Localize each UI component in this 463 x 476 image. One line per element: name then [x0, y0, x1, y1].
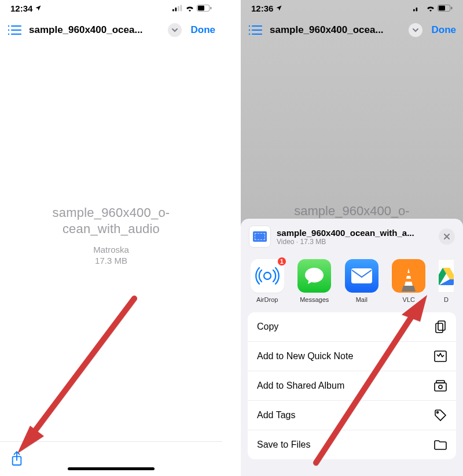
svg-point-46 — [439, 385, 442, 389]
ghost-file-title: sample_960x400_o- — [241, 204, 463, 219]
action-save-to-files-label: Save to Files — [257, 440, 310, 450]
action-copy[interactable]: Copy — [248, 312, 456, 341]
svg-point-7 — [8, 25, 9, 27]
action-shared-album-label: Add to Shared Album — [257, 381, 344, 391]
home-indicator — [68, 467, 155, 470]
list-icon[interactable] — [248, 24, 264, 36]
svg-rect-20 — [421, 5, 423, 12]
status-bar: 12:36 — [241, 0, 463, 16]
svg-point-28 — [249, 34, 250, 35]
svg-point-47 — [437, 412, 439, 414]
action-add-tags-label: Add Tags — [257, 410, 295, 420]
svg-rect-5 — [198, 6, 204, 10]
svg-rect-23 — [451, 7, 452, 10]
app-mail[interactable]: Mail — [344, 259, 379, 303]
chevron-down-icon[interactable] — [409, 23, 422, 37]
svg-rect-17 — [413, 9, 415, 12]
action-add-tags[interactable]: Add Tags — [248, 400, 456, 430]
nav-title: sample_960x400_ocea... — [270, 24, 403, 36]
svg-rect-35 — [406, 273, 411, 276]
action-quick-note[interactable]: Add to New Quick Note — [248, 341, 456, 371]
app-drive-partial[interactable]: D — [439, 259, 454, 303]
app-label-mail: Mail — [356, 296, 368, 303]
svg-rect-3 — [181, 5, 182, 12]
wifi-icon — [426, 5, 435, 12]
app-airdrop[interactable]: 1 AirDrop — [250, 259, 285, 303]
location-icon — [35, 5, 42, 12]
cellular-icon — [413, 5, 424, 12]
phone-right: 12:36 sample_960x400_ocea... Done sample… — [241, 0, 463, 476]
share-sheet: sample_960x400_ocean_with_a... Video · 1… — [241, 219, 463, 476]
action-save-to-files[interactable]: Save to Files — [248, 430, 456, 459]
svg-point-24 — [249, 25, 250, 27]
done-button[interactable]: Done — [188, 24, 216, 36]
share-actions-card: Copy Add to New Quick Note Add to Shared… — [248, 312, 456, 459]
folder-icon — [434, 438, 447, 451]
app-label-drive: D — [444, 296, 449, 303]
tag-icon — [434, 409, 447, 422]
app-label-vlc: VLC — [403, 296, 415, 303]
app-label-messages: Messages — [300, 296, 329, 303]
file-size: 17.3 MB — [95, 256, 127, 265]
preview-body: sample_960x400_o- cean_with_audio Matros… — [0, 44, 222, 476]
battery-icon — [438, 5, 453, 12]
svg-rect-6 — [210, 7, 211, 10]
copy-icon — [434, 320, 447, 333]
status-time: 12:36 — [251, 3, 282, 13]
quick-note-icon — [434, 350, 447, 363]
svg-rect-45 — [436, 381, 444, 383]
app-messages[interactable]: Messages — [297, 259, 332, 303]
vlc-icon — [397, 266, 420, 293]
svg-rect-0 — [172, 9, 174, 12]
svg-point-9 — [8, 29, 9, 31]
shared-album-icon — [434, 379, 447, 392]
svg-rect-18 — [416, 8, 418, 11]
action-shared-album[interactable]: Add to Shared Album — [248, 371, 456, 400]
bottom-toolbar — [0, 441, 222, 476]
app-label-airdrop: AirDrop — [256, 296, 278, 303]
svg-point-26 — [249, 29, 250, 31]
share-button[interactable] — [10, 451, 25, 468]
phone-left: 12:34 sample_960x400_ocea... Done sample… — [0, 0, 222, 476]
cellular-icon — [172, 5, 183, 12]
messages-icon — [304, 266, 325, 286]
airdrop-icon — [255, 263, 280, 289]
svg-rect-42 — [436, 323, 443, 333]
share-file-subtitle: Video · 17.3 MB — [277, 238, 433, 246]
svg-point-11 — [8, 34, 9, 35]
chevron-down-icon[interactable] — [168, 23, 182, 37]
file-title: sample_960x400_o- cean_with_audio — [24, 205, 198, 237]
file-kind: Matroska — [93, 245, 129, 254]
share-app-row[interactable]: 1 AirDrop Messages Mail — [241, 253, 463, 312]
svg-rect-41 — [438, 321, 445, 330]
location-icon — [275, 5, 282, 12]
battery-icon — [197, 5, 212, 12]
svg-rect-22 — [439, 6, 445, 10]
svg-rect-36 — [405, 279, 412, 282]
status-time-text: 12:34 — [10, 3, 32, 13]
svg-marker-37 — [402, 286, 416, 291]
drive-icon — [439, 267, 454, 285]
mail-icon — [351, 268, 373, 284]
list-icon[interactable] — [7, 24, 23, 36]
share-file-title: sample_960x400_ocean_with_a... — [277, 228, 433, 238]
airdrop-badge: 1 — [277, 256, 287, 267]
status-icons — [172, 5, 212, 12]
app-vlc[interactable]: VLC — [392, 259, 427, 303]
done-button[interactable]: Done — [428, 24, 457, 36]
status-time-text: 12:36 — [251, 3, 273, 13]
svg-point-32 — [264, 272, 271, 279]
close-button[interactable] — [439, 228, 455, 245]
svg-rect-44 — [435, 383, 446, 391]
share-sheet-header: sample_960x400_ocean_with_a... Video · 1… — [241, 219, 463, 253]
action-copy-label: Copy — [257, 322, 278, 332]
svg-rect-33 — [351, 268, 372, 283]
file-thumbnail — [249, 226, 271, 248]
nav-title: sample_960x400_ocea... — [29, 24, 162, 36]
status-time: 12:34 — [10, 3, 42, 13]
nav-bar: sample_960x400_ocea... Done — [241, 16, 463, 44]
status-icons — [413, 5, 453, 12]
wifi-icon — [185, 5, 194, 12]
svg-rect-19 — [418, 6, 420, 11]
svg-rect-2 — [178, 6, 179, 11]
